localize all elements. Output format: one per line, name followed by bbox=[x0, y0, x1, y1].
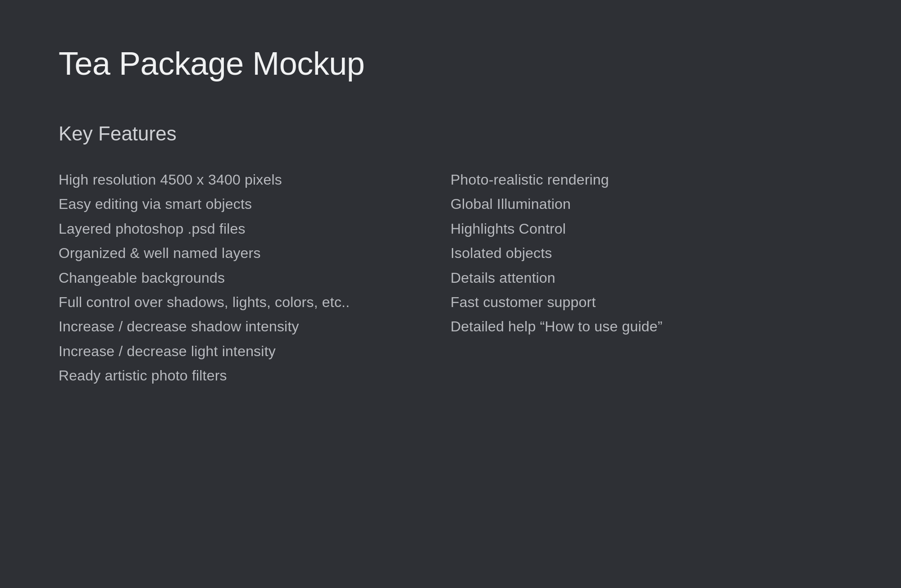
right-feature-item: Global Illumination bbox=[450, 192, 842, 216]
right-feature-item: Isolated objects bbox=[450, 241, 842, 265]
features-grid: High resolution 4500 x 3400 pixelsEasy e… bbox=[59, 167, 842, 388]
page-container: Tea Package Mockup Key Features High res… bbox=[0, 0, 901, 433]
left-feature-item: Changeable backgrounds bbox=[59, 266, 450, 290]
right-feature-item: Highlights Control bbox=[450, 217, 842, 241]
left-feature-item: Increase / decrease shadow intensity bbox=[59, 314, 450, 339]
left-features-column: High resolution 4500 x 3400 pixelsEasy e… bbox=[59, 167, 450, 388]
right-feature-item: Fast customer support bbox=[450, 290, 842, 314]
right-features-column: Photo-realistic renderingGlobal Illumina… bbox=[450, 167, 842, 388]
left-feature-item: Increase / decrease light intensity bbox=[59, 339, 450, 363]
right-feature-item: Details attention bbox=[450, 266, 842, 290]
left-feature-item: Organized & well named layers bbox=[59, 241, 450, 265]
left-feature-item: Ready artistic photo filters bbox=[59, 363, 450, 388]
right-feature-item: Detailed help “How to use guide” bbox=[450, 314, 842, 339]
left-feature-item: Easy editing via smart objects bbox=[59, 192, 450, 216]
left-feature-item: Full control over shadows, lights, color… bbox=[59, 290, 450, 314]
left-feature-item: Layered photoshop .psd files bbox=[59, 217, 450, 241]
left-feature-item: High resolution 4500 x 3400 pixels bbox=[59, 167, 450, 192]
section-title: Key Features bbox=[59, 122, 842, 145]
page-title: Tea Package Mockup bbox=[59, 45, 842, 82]
right-feature-item: Photo-realistic rendering bbox=[450, 167, 842, 192]
